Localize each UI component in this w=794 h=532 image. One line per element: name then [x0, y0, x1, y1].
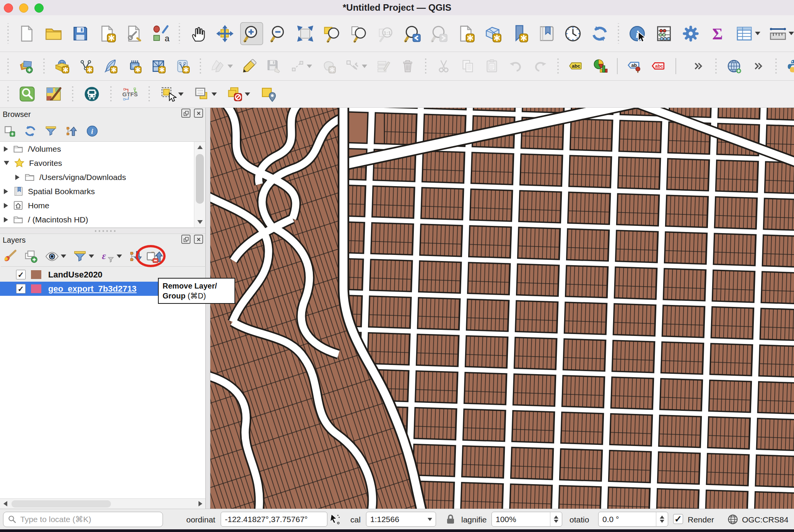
magnifier-spinner[interactable]: [550, 512, 562, 526]
expand-arrow-icon[interactable]: [4, 203, 8, 208]
coordinate-input[interactable]: -122.41827°,37.75767°: [221, 512, 327, 527]
highlight-pinned-labels-button[interactable]: [649, 57, 668, 76]
dropdown-arrow-icon[interactable]: [228, 65, 233, 68]
filter-by-expression-button[interactable]: [99, 247, 124, 266]
new-virtual-layer-button[interactable]: [173, 57, 192, 76]
dock-map-splitter[interactable]: [206, 108, 210, 509]
expand-arrow-icon[interactable]: [4, 146, 8, 152]
expand-arrow-icon[interactable]: [4, 189, 8, 194]
rotation-spinner[interactable]: [656, 512, 668, 526]
scroll-up-icon[interactable]: [194, 142, 205, 152]
layer-visibility-checkbox[interactable]: ✓: [16, 284, 26, 294]
save-project-button[interactable]: [69, 22, 92, 45]
select-by-location-button[interactable]: [257, 83, 279, 105]
open-layer-styling-button[interactable]: [1, 247, 19, 266]
panel-splitter[interactable]: [0, 228, 205, 234]
new-spatial-bookmark-button[interactable]: [508, 22, 531, 45]
cut-features-button[interactable]: [434, 57, 453, 76]
scrollbar-thumb[interactable]: [11, 500, 111, 508]
zoom-native-resolution-button[interactable]: [374, 22, 397, 45]
select-features-button[interactable]: [158, 83, 186, 105]
redo-button[interactable]: [530, 57, 550, 76]
dropdown-arrow-icon[interactable]: [212, 92, 217, 96]
identify-features-button[interactable]: [626, 22, 649, 45]
locator-search-input[interactable]: Type to locate (⌘K): [3, 512, 163, 527]
layers-float-button[interactable]: [181, 235, 190, 244]
pan-to-selection-button[interactable]: [213, 22, 236, 45]
mouse-position-icon[interactable]: [328, 513, 341, 526]
filter-legend-button[interactable]: [71, 247, 96, 266]
scroll-down-icon[interactable]: [194, 217, 205, 227]
current-edits-button[interactable]: [209, 57, 235, 76]
scale-dropdown-arrow[interactable]: [424, 512, 436, 526]
new-3d-map-view-button[interactable]: [481, 22, 504, 45]
open-project-button[interactable]: [42, 22, 65, 45]
data-source-manager-button[interactable]: [16, 57, 36, 76]
modify-attributes-button[interactable]: [374, 57, 393, 76]
show-layout-manager-button[interactable]: [122, 22, 145, 45]
statistics-summary-button[interactable]: [706, 22, 729, 45]
render-checkbox[interactable]: ✓: [673, 514, 683, 524]
dropdown-arrow-icon[interactable]: [362, 65, 367, 68]
toolbar-expand-button-1[interactable]: [688, 57, 708, 76]
style-manager-button[interactable]: [149, 22, 172, 45]
zoom-in-button[interactable]: [240, 22, 263, 45]
dropdown-arrow-icon[interactable]: [117, 255, 122, 258]
paste-features-button[interactable]: [482, 57, 501, 76]
python-console-button[interactable]: [784, 57, 794, 76]
pin-labels-button[interactable]: [625, 57, 644, 76]
crs-value[interactable]: OGC:CRS84: [742, 515, 788, 524]
zoom-out-button[interactable]: [267, 22, 290, 45]
show-spatial-bookmarks-button[interactable]: [535, 22, 558, 45]
add-polygon-feature-button[interactable]: [319, 57, 338, 76]
undo-button[interactable]: [506, 57, 526, 76]
osm-place-search-button[interactable]: [16, 83, 38, 105]
add-group-button[interactable]: [22, 247, 40, 266]
dropdown-arrow-icon[interactable]: [245, 92, 250, 96]
processing-toolbox-button[interactable]: [679, 22, 702, 45]
new-shapefile-layer-button[interactable]: [76, 57, 96, 76]
scroll-left-icon[interactable]: [0, 499, 10, 509]
browser-tree-item--volumes[interactable]: /Volumes: [0, 142, 205, 156]
new-mesh-layer-button[interactable]: [149, 57, 168, 76]
refresh-browser-button[interactable]: [22, 123, 38, 139]
copy-features-button[interactable]: [458, 57, 477, 76]
scale-combobox[interactable]: 1:12566: [366, 512, 436, 527]
new-project-button[interactable]: [15, 22, 38, 45]
dropdown-arrow-icon[interactable]: [755, 32, 760, 35]
layer-diagram-button[interactable]: [591, 57, 610, 76]
layer-visibility-checkbox[interactable]: ✓: [16, 270, 26, 279]
measure-button[interactable]: [766, 22, 794, 45]
close-window-button[interactable]: [4, 3, 13, 13]
filter-browser-button[interactable]: [43, 123, 59, 139]
temporal-controller-button[interactable]: [561, 22, 584, 45]
magnifier-spinbox[interactable]: 100%: [491, 512, 562, 527]
layers-horizontal-scrollbar[interactable]: [0, 498, 205, 509]
dropdown-arrow-icon[interactable]: [307, 65, 312, 68]
refresh-map-button[interactable]: [588, 22, 611, 45]
rotation-spinbox[interactable]: 0.0 °: [598, 512, 668, 527]
new-map-view-button[interactable]: [454, 22, 477, 45]
field-calculator-button[interactable]: [652, 22, 675, 45]
vertex-tool-button[interactable]: [343, 57, 369, 76]
digitize-with-segment-button[interactable]: [288, 57, 314, 76]
transit-tools-button[interactable]: [81, 83, 103, 105]
save-layer-edits-button[interactable]: [264, 57, 283, 76]
minimize-window-button[interactable]: [19, 3, 28, 13]
expand-arrow-icon[interactable]: [4, 217, 8, 222]
deselect-features-button[interactable]: [224, 83, 252, 105]
zoom-next-button[interactable]: [428, 22, 451, 45]
pan-map-button[interactable]: [187, 22, 210, 45]
properties-widget-button[interactable]: [84, 123, 100, 139]
browser-close-button[interactable]: [194, 109, 203, 118]
new-temporary-scratch-layer-button[interactable]: [125, 57, 144, 76]
zoom-to-selection-button[interactable]: [321, 22, 343, 45]
select-by-value-button[interactable]: [191, 83, 219, 105]
layer-labeling-button[interactable]: [566, 57, 586, 76]
open-attribute-table-button[interactable]: [733, 22, 763, 45]
browser-tree-item-spatial-bookmarks[interactable]: Spatial Bookmarks: [0, 184, 205, 198]
dropdown-arrow-icon[interactable]: [178, 92, 184, 96]
metasearch-button[interactable]: [724, 57, 744, 76]
new-print-layout-button[interactable]: [96, 22, 119, 45]
browser-scrollbar[interactable]: [194, 142, 205, 227]
